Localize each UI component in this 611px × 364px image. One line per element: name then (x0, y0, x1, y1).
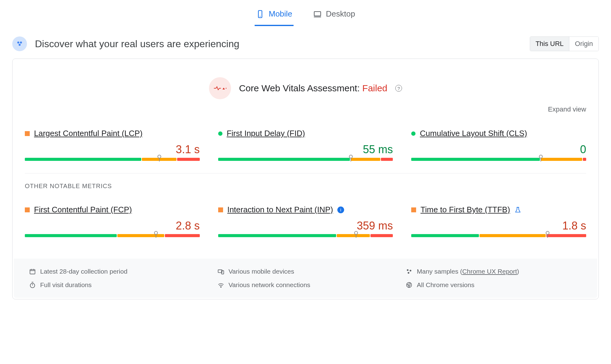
other-metrics-grid: First Contentful Paint (FCP)2.8 sInterac… (13, 190, 598, 249)
tab-desktop[interactable]: Desktop (312, 6, 356, 26)
metric-head: Cumulative Layout Shift (CLS) (411, 129, 586, 138)
footer-durations: Full visit durations (29, 281, 205, 289)
flask-icon (514, 207, 521, 213)
status-dot (25, 207, 30, 212)
percentile-pin (546, 231, 549, 235)
footer-devices: Various mobile devices (218, 268, 394, 275)
percentile-pin (539, 155, 543, 158)
desktop-icon (313, 10, 322, 18)
metric-name-link[interactable]: Largest Contentful Paint (LCP) (34, 129, 142, 138)
seg-ni (541, 158, 582, 161)
metric-head: Interaction to Next Paint (INP)i (218, 205, 393, 214)
metric-value: 0 (411, 143, 586, 156)
percentile-pin (349, 155, 353, 158)
metric-head: Time to First Byte (TTFB) (411, 205, 586, 214)
distribution-bar (218, 158, 393, 161)
metric-value: 1.8 s (411, 219, 586, 232)
status-dot (411, 207, 416, 212)
distribution-bar (411, 158, 586, 161)
metric-value: 3.1 s (25, 143, 200, 156)
svg-point-6 (19, 44, 21, 46)
distribution-bar (25, 234, 200, 237)
expand-row: Expand view (13, 102, 598, 113)
info-footer: Latest 28-day collection period Various … (14, 259, 597, 298)
metric-head: First Input Delay (FID) (218, 129, 393, 138)
footer-network: Various network connections (218, 281, 394, 289)
status-dot (25, 131, 30, 136)
assessment-text: Core Web Vitals Assessment: Failed (239, 83, 387, 93)
expand-view-link[interactable]: Expand view (548, 105, 586, 113)
assessment-row: Core Web Vitals Assessment: Failed ? (13, 71, 598, 102)
header-left: Discover what your real users are experi… (12, 36, 239, 51)
chrome-icon (406, 282, 412, 288)
users-icon (12, 36, 27, 51)
distribution-bar (218, 234, 393, 237)
seg-ni (351, 158, 380, 161)
crux-report-link[interactable]: Chrome UX Report (462, 268, 517, 275)
seg-poor (165, 234, 199, 237)
seg-ni (117, 234, 164, 237)
info-icon[interactable]: i (337, 207, 344, 213)
metric-fcp: First Contentful Paint (FCP)2.8 s (25, 205, 200, 237)
seg-good (411, 158, 540, 161)
seg-poor (381, 158, 393, 161)
calendar-icon (29, 268, 36, 275)
toggle-origin[interactable]: Origin (569, 37, 598, 51)
svg-rect-9 (30, 270, 35, 274)
metric-fid: First Input Delay (FID)55 ms (218, 129, 393, 161)
mobile-icon (256, 10, 264, 18)
header-row: Discover what your real users are experi… (12, 36, 599, 51)
metric-cls: Cumulative Layout Shift (CLS)0 (411, 129, 586, 161)
metric-lcp: Largest Contentful Paint (LCP)3.1 s (25, 129, 200, 161)
network-icon (218, 282, 224, 288)
svg-rect-2 (314, 11, 321, 16)
seg-good (25, 158, 141, 161)
svg-point-17 (408, 272, 410, 274)
metric-head: Largest Contentful Paint (LCP) (25, 129, 200, 138)
metric-name-link[interactable]: Time to First Byte (TTFB) (420, 205, 510, 214)
seg-good (25, 234, 117, 237)
vitals-card: Core Web Vitals Assessment: Failed ? Exp… (12, 59, 599, 299)
distribution-bar (411, 234, 586, 237)
percentile-pin (157, 155, 161, 158)
svg-point-16 (410, 270, 412, 272)
metric-value: 55 ms (218, 143, 393, 156)
metric-name-link[interactable]: Cumulative Layout Shift (CLS) (420, 129, 527, 138)
seg-ni (480, 234, 545, 237)
status-dot (218, 131, 222, 136)
seg-poor (177, 158, 200, 161)
seg-good (411, 234, 479, 237)
assessment-status: Failed (362, 83, 387, 93)
help-icon[interactable]: ? (395, 85, 402, 92)
metric-ttfb: Time to First Byte (TTFB)1.8 s (411, 205, 586, 237)
other-metrics-label: OTHER NOTABLE METRICS (13, 173, 598, 190)
metric-inp: Interaction to Next Paint (INP)i359 ms (218, 205, 393, 237)
percentile-pin (354, 231, 358, 235)
assessment-status-icon (209, 77, 231, 99)
samples-icon (406, 268, 412, 275)
metric-name-link[interactable]: Interaction to Next Paint (INP) (227, 205, 333, 214)
scope-toggle: This URL Origin (530, 36, 599, 51)
distribution-bar (25, 158, 200, 161)
footer-samples: Many samples (Chrome UX Report) (406, 268, 582, 275)
metric-name-link[interactable]: First Input Delay (FID) (227, 129, 305, 138)
seg-poor (583, 158, 586, 161)
page-title: Discover what your real users are experi… (35, 38, 239, 50)
metric-name-link[interactable]: First Contentful Paint (FCP) (34, 205, 132, 214)
metric-value: 359 ms (218, 219, 393, 232)
seg-good (218, 158, 350, 161)
seg-poor (546, 234, 586, 237)
seg-good (218, 234, 336, 237)
svg-point-5 (20, 41, 22, 44)
stopwatch-icon (29, 282, 36, 288)
seg-ni (337, 234, 370, 237)
tab-label: Mobile (269, 9, 292, 19)
status-dot (218, 207, 223, 212)
device-tabs: Mobile Desktop (12, 0, 599, 26)
devices-icon (218, 268, 224, 275)
metric-head: First Contentful Paint (FCP) (25, 205, 200, 214)
tab-mobile[interactable]: Mobile (255, 6, 294, 26)
svg-point-7 (226, 88, 226, 89)
toggle-this-url[interactable]: This URL (530, 37, 569, 51)
core-metrics-grid: Largest Contentful Paint (LCP)3.1 sFirst… (13, 113, 598, 173)
